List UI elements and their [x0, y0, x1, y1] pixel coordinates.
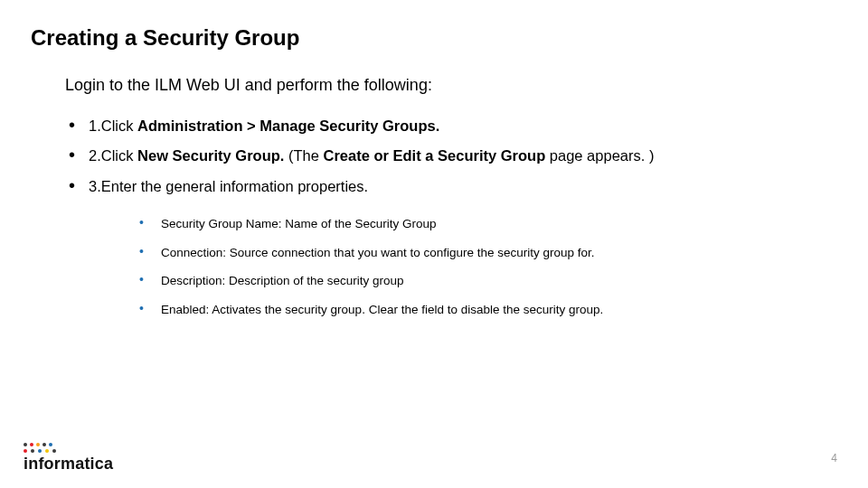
step-3: 3.Enter the general information properti…	[69, 177, 837, 318]
logo-dots-row-2	[24, 449, 113, 453]
step-2-bold-2: Create or Edit a Security Group	[324, 147, 546, 164]
step-1: 1.Click Administration > Manage Security…	[69, 117, 837, 136]
logo-dot-icon	[31, 449, 34, 453]
logo-dot-icon	[24, 449, 27, 453]
logo-wordmark: informatica	[24, 455, 113, 474]
intro-text: Login to the ILM Web UI and perform the …	[65, 76, 837, 95]
logo-dot-icon	[45, 449, 49, 453]
page-number: 4	[831, 452, 837, 465]
property-item: Connection: Source connection that you w…	[139, 245, 837, 261]
property-item: Security Group Name: Name of the Securit…	[139, 216, 837, 232]
step-2-mid: (The	[284, 147, 323, 164]
step-1-prefix: 1.Click	[89, 117, 137, 134]
step-2: 2.Click New Security Group. (The Create …	[69, 146, 837, 165]
logo-dots-row-1	[24, 443, 113, 446]
step-2-prefix: 2.Click	[89, 147, 137, 164]
step-list: 1.Click Administration > Manage Security…	[69, 117, 837, 318]
logo-dot-icon	[30, 443, 33, 446]
step-1-bold: Administration > Manage Security Groups.	[137, 117, 439, 134]
slide: Creating a Security Group Login to the I…	[0, 0, 868, 488]
step-2-suffix: page appears. )	[545, 147, 654, 164]
logo-dot-icon	[38, 449, 42, 453]
logo-dot-icon	[52, 449, 56, 453]
logo-dot-icon	[36, 443, 40, 446]
property-item: Description: Description of the security…	[139, 273, 837, 289]
logo-dot-icon	[49, 443, 52, 446]
informatica-logo: informatica	[24, 443, 113, 474]
logo-dot-icon	[42, 443, 46, 446]
step-3-text: 3.Enter the general information properti…	[89, 178, 368, 194]
page-title: Creating a Security Group	[31, 25, 837, 51]
property-item: Enabled: Activates the security group. C…	[139, 302, 837, 318]
property-list: Security Group Name: Name of the Securit…	[139, 216, 837, 317]
step-2-bold-1: New Security Group.	[137, 147, 284, 164]
logo-dot-icon	[24, 443, 27, 446]
